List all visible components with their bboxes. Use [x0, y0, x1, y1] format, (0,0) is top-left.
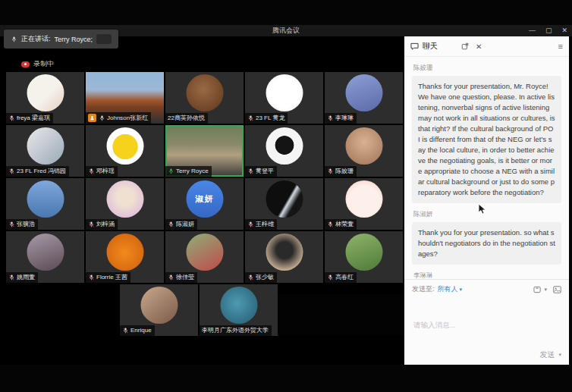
- participant-name: 22商英孙依悦: [168, 114, 205, 122]
- mic-status-icon: [88, 274, 95, 281]
- participant-name-label: 22商英孙依悦: [165, 113, 208, 124]
- mic-status-icon: [327, 221, 334, 228]
- mic-status-icon: [327, 274, 334, 281]
- participant-name: 陈姣珊: [335, 168, 354, 175]
- participant-tile[interactable]: 徐佳莹: [165, 231, 244, 283]
- avatar: [220, 287, 257, 324]
- participant-name-label: 陈姣珊: [325, 166, 357, 177]
- mic-status-icon: [247, 114, 254, 122]
- participant-tile[interactable]: 林荣萱: [325, 178, 403, 230]
- participant-name-label: 姚雨萱: [6, 272, 38, 283]
- send-to-selector[interactable]: 所有人 ▾: [438, 284, 463, 294]
- participant-tile[interactable]: 张骥浩: [6, 178, 84, 230]
- mic-status-icon: [247, 274, 254, 281]
- participant-name: 23 FL 黄龙: [256, 114, 284, 122]
- participant-name-label: 黄登平: [245, 166, 277, 177]
- participant-tile[interactable]: Enrique: [120, 284, 198, 336]
- maximize-icon[interactable]: ▢: [545, 25, 552, 36]
- avatar: [345, 180, 382, 218]
- recording-cloud-icon: [21, 61, 30, 67]
- message-bubble: Thanks for your presentation, Mr. Royce!…: [412, 76, 561, 203]
- participant-tile[interactable]: 李琳琳: [325, 72, 403, 124]
- minimize-icon[interactable]: —: [529, 25, 536, 36]
- popout-icon[interactable]: [461, 42, 469, 50]
- microphone-icon: [11, 36, 17, 43]
- chat-input[interactable]: [412, 299, 561, 350]
- participant-grid-bottom-row: Enrique 李明月广东外语外贸大学: [120, 284, 278, 336]
- window-controls: — ▢ ✕: [529, 25, 567, 36]
- avatar: [266, 180, 303, 218]
- participant-name-label: 李明月广东外语外贸大学: [200, 325, 272, 336]
- participant-tile[interactable]: 王梓维: [245, 178, 323, 230]
- participant-name: 王梓维: [256, 221, 274, 228]
- avatar: [266, 127, 303, 165]
- image-icon[interactable]: [553, 286, 561, 293]
- chat-bubble-icon: [410, 42, 419, 50]
- participant-name-label: 高春红: [325, 272, 357, 283]
- speaker-name: Terry Royce;: [55, 36, 93, 43]
- mic-status-icon: [99, 114, 105, 122]
- participant-name-label: 邓梓瑶: [86, 166, 118, 177]
- avatar-text: 淑妍: [196, 193, 214, 205]
- mic-status-icon: [8, 221, 15, 228]
- recording-indicator: 录制中: [21, 59, 54, 69]
- screenshot-icon[interactable]: [533, 286, 542, 293]
- mic-status-icon: [327, 168, 334, 175]
- participant-name: Johnson张新红: [107, 114, 148, 122]
- participant-name: 林荣萱: [335, 221, 354, 228]
- participant-name-label: 刘梓涵: [86, 219, 118, 230]
- send-options-caret-icon[interactable]: ▾: [558, 352, 561, 358]
- participant-name: 姚雨萱: [17, 274, 35, 281]
- chevron-down-icon: ▾: [460, 287, 463, 293]
- recording-label: 录制中: [33, 59, 54, 69]
- participant-grid: freya 梁嘉琪 Johnson张新红: [6, 72, 403, 283]
- participant-tile[interactable]: 23 FL 黄龙: [245, 72, 323, 124]
- mic-status-icon: [88, 221, 95, 228]
- participant-name-label: Florrie 王茜: [86, 272, 130, 283]
- mic-status-icon: [168, 221, 174, 228]
- video-grid-area: 录制中 freya 梁嘉琪: [0, 36, 404, 365]
- app-window: 腾讯会议 — ▢ ✕ 正在讲话: Terry Royce; 录制中: [0, 0, 572, 392]
- mic-status-icon: [168, 168, 174, 175]
- participant-tile[interactable]: 陈姣珊: [325, 125, 403, 177]
- participant-name-label: 23 FL 黄龙: [245, 113, 288, 124]
- chat-footer: 发送至: 所有人 ▾ ▾: [404, 279, 569, 365]
- avatar: 淑妍: [186, 180, 223, 218]
- participant-tile[interactable]: Florrie 王茜: [86, 231, 164, 283]
- participant-tile[interactable]: 姚雨萱: [6, 231, 84, 283]
- participant-tile[interactable]: 23 FL Fred 冯锦园: [6, 125, 84, 177]
- chat-message-list[interactable]: 陈姣珊 Thanks for your presentation, Mr. Ro…: [404, 57, 569, 279]
- participant-name: 高春红: [335, 274, 354, 281]
- participant-tile[interactable]: 邓梓瑶: [86, 125, 164, 177]
- participant-name-label: 张少敏: [245, 272, 277, 283]
- menu-icon[interactable]: ≡: [558, 42, 563, 51]
- participant-tile[interactable]: 刘梓涵: [86, 178, 164, 230]
- participant-tile[interactable]: freya 梁嘉琪: [6, 72, 84, 124]
- participant-name: 23 FL Fred 冯锦园: [17, 168, 66, 175]
- participant-tile[interactable]: 李明月广东外语外贸大学: [200, 284, 278, 336]
- avatar: [266, 234, 303, 271]
- avatar: [106, 234, 143, 271]
- participant-tile[interactable]: 淑妍 陈淑妍: [165, 178, 244, 230]
- participant-name: 陈淑妍: [176, 221, 194, 228]
- participant-tile[interactable]: Terry Royce: [165, 125, 244, 177]
- screenshot-caret-icon[interactable]: ▾: [544, 287, 547, 293]
- participant-tile[interactable]: Johnson张新红: [86, 72, 164, 124]
- mic-status-icon: [247, 168, 254, 175]
- chat-close-icon[interactable]: ✕: [476, 42, 482, 51]
- message-sender: 李琳琳: [413, 271, 561, 279]
- participant-tile[interactable]: 黄登平: [245, 125, 323, 177]
- participant-tile[interactable]: 张少敏: [245, 231, 323, 283]
- participant-name-label: Terry Royce: [165, 166, 212, 177]
- speaking-indicator: 正在讲话: Terry Royce;: [4, 30, 118, 49]
- message-bubble: Thank you for your presentation. so what…: [412, 222, 561, 265]
- participant-tile[interactable]: 高春红: [325, 231, 403, 283]
- send-button[interactable]: 发送: [539, 350, 555, 360]
- mic-status-icon: [168, 274, 174, 281]
- chat-message: 陈姣珊 Thanks for your presentation, Mr. Ro…: [412, 64, 561, 203]
- participant-tile[interactable]: 22商英孙依悦: [165, 72, 244, 124]
- chat-message: 李琳琳 Thanks for your inspiring lecture, P…: [412, 271, 561, 279]
- close-icon[interactable]: ✕: [561, 25, 567, 36]
- avatar: [27, 127, 64, 165]
- avatar: [27, 234, 64, 271]
